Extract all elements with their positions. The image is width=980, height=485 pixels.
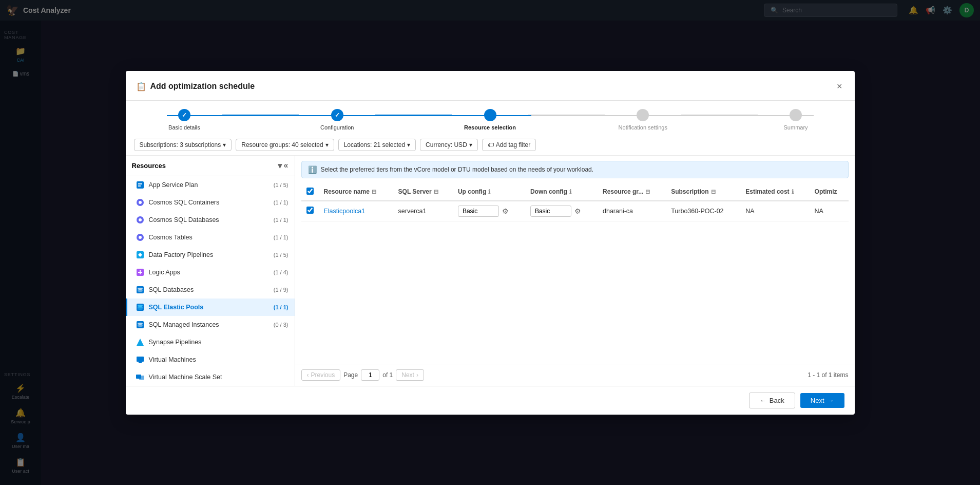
cosmos-tables-count: (1 / 1) (274, 234, 289, 240)
modal-title: 📋 Add optimization schedule (136, 82, 255, 91)
vmss-icon (136, 372, 145, 382)
resource-item-synapse-pipelines[interactable]: Synapse Pipelines (126, 333, 295, 351)
up-config-input[interactable] (458, 206, 499, 217)
th-up-config: Up config ℹ (453, 183, 525, 201)
virtual-machines-icon (136, 355, 145, 364)
resource-item-cosmos-tables[interactable]: Cosmos Tables (1 / 1) (126, 229, 295, 246)
resource-groups-filter[interactable]: Resource groups: 40 selected ▾ (236, 139, 334, 151)
subscriptions-filter[interactable]: Subscriptions: 3 subscriptions ▾ (134, 139, 232, 151)
resource-item-cosmos-sql-databases[interactable]: Cosmos SQL Databases (1 / 1) (126, 211, 295, 229)
sql-managed-instances-label: SQL Managed Instances (149, 321, 219, 328)
currency-filter[interactable]: Currency: USD ▾ (420, 139, 478, 151)
resource-item-vmss[interactable]: Virtual Machine Scale Set (126, 368, 295, 386)
modal-close-button[interactable]: × (835, 79, 844, 94)
resource-item-sql-databases[interactable]: SQL Databases (1 / 9) (126, 281, 295, 299)
currency-filter-label: Currency: USD (426, 141, 467, 148)
resource-item-cosmos-sql-containers[interactable]: Cosmos SQL Containers (1 / 1) (126, 194, 295, 211)
row-optimiz: NA (810, 201, 849, 221)
select-all-checkbox[interactable] (306, 188, 314, 195)
sql-server-filter-icon[interactable]: ⊟ (434, 189, 438, 195)
logic-apps-icon (136, 268, 145, 277)
down-config-gear-icon[interactable]: ⚙ (574, 207, 581, 215)
table-container: Resource name ⊟ SQL Server ⊟ (301, 183, 849, 364)
svg-point-12 (138, 288, 143, 290)
pagination: ‹ Previous Page of 1 Next › 1 - 1 of 1 i… (295, 364, 855, 386)
resource-name-link[interactable]: Elasticpoolca1 (324, 208, 366, 215)
next-arrow-icon: › (416, 371, 418, 379)
collapse-resources-button[interactable]: ▾ « (278, 161, 289, 171)
resource-item-sql-managed-instances[interactable]: SQL Managed Instances (0 / 3) (126, 316, 295, 333)
page-number-input[interactable] (361, 369, 379, 381)
step-label-3: Resource selection (464, 124, 516, 130)
up-config-cell: ⚙ (458, 206, 520, 217)
resource-item-left-sql-elastic: SQL Elastic Pools (136, 303, 204, 312)
cosmos-sql-containers-count: (1 / 1) (274, 199, 289, 206)
svg-point-13 (138, 290, 143, 292)
resource-name-filter-icon[interactable]: ⊟ (372, 189, 376, 195)
th-up-config-label: Up config (458, 188, 486, 195)
th-subscription: Subscription ⊟ (666, 183, 740, 201)
svg-point-4 (139, 201, 142, 204)
info-bar: ℹ️ Select the preferred tiers from the v… (301, 161, 849, 178)
th-resource-group-label: Resource gr... (603, 188, 643, 195)
data-factory-pipelines-count: (1 / 5) (274, 252, 289, 258)
stepper-line-active (167, 115, 531, 116)
previous-page-button[interactable]: ‹ Previous (301, 369, 341, 381)
subscription-filter-icon[interactable]: ⊟ (711, 189, 716, 195)
sql-elastic-pools-icon (136, 303, 145, 312)
app-service-plan-icon (136, 180, 145, 190)
th-subscription-label: Subscription (671, 188, 708, 195)
th-optimiz: Optimiz (810, 183, 849, 201)
th-resource-group: Resource gr... ⊟ (598, 183, 666, 201)
next-page-button[interactable]: Next › (396, 369, 424, 381)
info-bar-icon: ℹ️ (308, 165, 317, 174)
pagination-left: ‹ Previous Page of 1 Next › (301, 369, 424, 381)
resource-item-virtual-machines[interactable]: Virtual Machines (126, 351, 295, 368)
resource-table: Resource name ⊟ SQL Server ⊟ (301, 183, 849, 221)
of-label: of 1 (382, 371, 393, 379)
back-arrow-icon: ← (760, 397, 766, 404)
resource-item-left-vms: Virtual Machines (136, 355, 196, 364)
row-estimated-cost: NA (740, 201, 809, 221)
svg-point-8 (139, 236, 142, 239)
resource-group-filter-icon[interactable]: ⊟ (645, 189, 650, 195)
locations-chevron-icon: ▾ (407, 141, 410, 148)
row-checkbox[interactable] (306, 207, 314, 214)
svg-point-20 (138, 325, 143, 327)
resource-item-sql-elastic-pools[interactable]: SQL Elastic Pools (1 / 1) (126, 299, 295, 316)
up-config-info-icon: ℹ (488, 189, 490, 195)
resource-panel: Resources ▾ « App Service Plan (1 / 5) (126, 156, 295, 386)
modal-footer: ← Back Next → (126, 386, 855, 415)
resource-item-data-factory-pipelines[interactable]: Data Factory Pipelines (1 / 5) (126, 246, 295, 264)
back-button[interactable]: ← Back (749, 393, 795, 408)
resource-panel-header: Resources ▾ « (126, 156, 295, 176)
app-service-plan-label: App Service Plan (149, 181, 198, 189)
up-config-gear-icon[interactable]: ⚙ (502, 207, 509, 215)
down-config-input[interactable] (530, 206, 571, 217)
step-circle-1: ✓ (178, 109, 190, 121)
th-sql-server-label: SQL Server (398, 188, 432, 195)
sql-elastic-pools-label: SQL Elastic Pools (149, 304, 204, 311)
row-resource-name: Elasticpoolca1 (319, 201, 393, 221)
row-sql-server: serverca1 (393, 201, 453, 221)
row-up-config: ⚙ (453, 201, 525, 221)
resources-header-label: Resources (132, 162, 166, 170)
step-circle-3 (484, 109, 496, 121)
page-label: Page (343, 371, 358, 379)
step-label-2: Configuration (320, 124, 354, 130)
synapse-pipelines-label: Synapse Pipelines (149, 339, 202, 346)
locations-filter[interactable]: Locations: 21 selected ▾ (338, 139, 416, 151)
add-tag-filter[interactable]: 🏷 Add tag filter (482, 139, 536, 151)
th-sql-server: SQL Server ⊟ (393, 183, 453, 201)
cosmos-sql-databases-count: (1 / 1) (274, 217, 289, 223)
detail-panel: ℹ️ Select the preferred tiers from the v… (295, 156, 855, 386)
collapse-arrows-icon: « (284, 161, 289, 170)
table-row: Elasticpoolca1 serverca1 ⚙ (301, 201, 849, 221)
resource-item-logic-apps[interactable]: Logic Apps (1 / 4) (126, 264, 295, 281)
down-config-cell: ⚙ (530, 206, 592, 217)
svg-rect-22 (137, 357, 144, 362)
next-button[interactable]: Next → (800, 393, 844, 408)
resource-item-app-service-plan[interactable]: App Service Plan (1 / 5) (126, 176, 295, 194)
collapse-icon: ▾ (278, 161, 282, 171)
row-down-config: ⚙ (525, 201, 598, 221)
